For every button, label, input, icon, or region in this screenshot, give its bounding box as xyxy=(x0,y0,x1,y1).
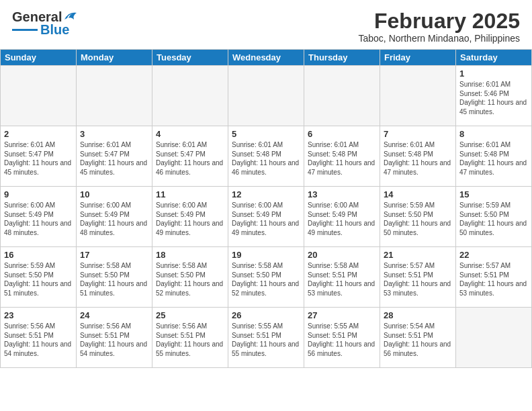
day-info: Sunrise: 5:54 AMSunset: 5:51 PMDaylight:… xyxy=(384,322,452,358)
day-number: 19 xyxy=(232,250,300,260)
daylight-label: Daylight: 11 hours and 46 minutes. xyxy=(232,159,299,176)
table-row xyxy=(228,66,304,126)
day-number: 14 xyxy=(384,189,452,199)
sunrise-label: Sunrise: 6:01 AM xyxy=(4,141,55,148)
calendar-table: Sunday Monday Tuesday Wednesday Thursday… xyxy=(0,49,532,368)
daylight-label: Daylight: 11 hours and 45 minutes. xyxy=(4,159,71,176)
sunset-label: Sunset: 5:50 PM xyxy=(384,211,433,218)
sunset-label: Sunset: 5:51 PM xyxy=(459,271,509,279)
col-friday: Friday xyxy=(380,50,456,66)
day-number: 4 xyxy=(156,129,224,139)
table-row: 21Sunrise: 5:57 AMSunset: 5:51 PMDayligh… xyxy=(380,247,456,308)
calendar-week-row: 9Sunrise: 6:00 AMSunset: 5:49 PMDaylight… xyxy=(1,187,532,247)
day-number: 27 xyxy=(308,310,376,320)
day-info: Sunrise: 6:00 AMSunset: 5:49 PMDaylight:… xyxy=(156,201,224,237)
day-info: Sunrise: 6:01 AMSunset: 5:48 PMDaylight:… xyxy=(459,140,528,177)
day-info: Sunrise: 6:01 AMSunset: 5:48 PMDaylight:… xyxy=(384,140,452,177)
table-row: 11Sunrise: 6:00 AMSunset: 5:49 PMDayligh… xyxy=(152,187,228,247)
table-row: 16Sunrise: 5:59 AMSunset: 5:50 PMDayligh… xyxy=(1,247,77,308)
sunset-label: Sunset: 5:50 PM xyxy=(459,211,509,218)
sunset-label: Sunset: 5:46 PM xyxy=(459,90,509,97)
table-row: 23Sunrise: 5:56 AMSunset: 5:51 PMDayligh… xyxy=(1,308,77,368)
page: General Blue February 2025 Taboc, Northe… xyxy=(0,0,532,411)
sunset-label: Sunset: 5:50 PM xyxy=(156,271,206,279)
table-row: 4Sunrise: 6:01 AMSunset: 5:47 PMDaylight… xyxy=(152,126,228,187)
sunrise-label: Sunrise: 6:01 AM xyxy=(459,81,511,88)
col-thursday: Thursday xyxy=(304,50,380,66)
calendar-week-row: 2Sunrise: 6:01 AMSunset: 5:47 PMDaylight… xyxy=(1,126,532,187)
table-row: 19Sunrise: 5:58 AMSunset: 5:50 PMDayligh… xyxy=(228,247,304,308)
sunset-label: Sunset: 5:48 PM xyxy=(232,150,281,158)
table-row xyxy=(1,66,77,126)
day-number: 6 xyxy=(308,129,376,139)
sunset-label: Sunset: 5:49 PM xyxy=(156,211,206,218)
table-row: 1Sunrise: 6:01 AMSunset: 5:46 PMDaylight… xyxy=(456,66,532,126)
sunrise-label: Sunrise: 5:55 AM xyxy=(232,322,283,330)
day-number: 18 xyxy=(156,250,224,260)
sunrise-label: Sunrise: 6:00 AM xyxy=(308,201,359,209)
sunrise-label: Sunrise: 6:00 AM xyxy=(156,201,207,209)
daylight-label: Daylight: 11 hours and 47 minutes. xyxy=(384,159,451,176)
sunrise-label: Sunrise: 5:58 AM xyxy=(80,262,131,269)
day-info: Sunrise: 6:01 AMSunset: 5:48 PMDaylight:… xyxy=(232,140,300,177)
sunset-label: Sunset: 5:48 PM xyxy=(308,150,357,158)
day-info: Sunrise: 5:56 AMSunset: 5:51 PMDaylight:… xyxy=(80,322,148,358)
table-row: 6Sunrise: 6:01 AMSunset: 5:48 PMDaylight… xyxy=(304,126,380,187)
day-number: 23 xyxy=(4,310,73,320)
location-title: Taboc, Northern Mindanao, Philippines xyxy=(359,33,520,44)
daylight-label: Daylight: 11 hours and 52 minutes. xyxy=(232,280,299,297)
sunrise-label: Sunrise: 5:56 AM xyxy=(156,322,207,330)
table-row: 26Sunrise: 5:55 AMSunset: 5:51 PMDayligh… xyxy=(228,308,304,368)
sunset-label: Sunset: 5:49 PM xyxy=(232,211,281,218)
day-info: Sunrise: 6:01 AMSunset: 5:46 PMDaylight:… xyxy=(459,80,528,116)
month-title: February 2025 xyxy=(359,9,520,33)
sunrise-label: Sunrise: 5:59 AM xyxy=(384,201,435,209)
table-row: 5Sunrise: 6:01 AMSunset: 5:48 PMDaylight… xyxy=(228,126,304,187)
sunrise-label: Sunrise: 6:00 AM xyxy=(232,201,283,209)
sunrise-label: Sunrise: 6:01 AM xyxy=(232,141,283,148)
day-info: Sunrise: 6:01 AMSunset: 5:47 PMDaylight:… xyxy=(80,140,148,177)
day-number: 21 xyxy=(384,250,452,260)
day-info: Sunrise: 5:58 AMSunset: 5:50 PMDaylight:… xyxy=(156,261,224,298)
header: General Blue February 2025 Taboc, Northe… xyxy=(0,0,532,49)
daylight-label: Daylight: 11 hours and 55 minutes. xyxy=(156,340,223,357)
sunset-label: Sunset: 5:51 PM xyxy=(80,332,130,339)
daylight-label: Daylight: 11 hours and 53 minutes. xyxy=(459,280,527,297)
logo-divider xyxy=(12,29,38,31)
sunset-label: Sunset: 5:51 PM xyxy=(384,271,433,279)
sunset-label: Sunset: 5:47 PM xyxy=(4,150,54,158)
sunset-label: Sunset: 5:51 PM xyxy=(384,332,433,339)
table-row: 12Sunrise: 6:00 AMSunset: 5:49 PMDayligh… xyxy=(228,187,304,247)
day-number: 11 xyxy=(156,189,224,199)
daylight-label: Daylight: 11 hours and 49 minutes. xyxy=(308,220,375,236)
sunrise-label: Sunrise: 6:01 AM xyxy=(156,141,207,148)
sunrise-label: Sunrise: 6:01 AM xyxy=(459,141,511,148)
day-info: Sunrise: 5:59 AMSunset: 5:50 PMDaylight:… xyxy=(4,261,73,298)
day-info: Sunrise: 5:57 AMSunset: 5:51 PMDaylight:… xyxy=(384,261,452,298)
table-row: 13Sunrise: 6:00 AMSunset: 5:49 PMDayligh… xyxy=(304,187,380,247)
sunrise-label: Sunrise: 6:01 AM xyxy=(384,141,435,148)
day-number: 25 xyxy=(156,310,224,320)
table-row: 3Sunrise: 6:01 AMSunset: 5:47 PMDaylight… xyxy=(77,126,152,187)
sunset-label: Sunset: 5:50 PM xyxy=(4,271,54,279)
table-row: 22Sunrise: 5:57 AMSunset: 5:51 PMDayligh… xyxy=(456,247,532,308)
table-row xyxy=(456,308,532,368)
daylight-label: Daylight: 11 hours and 48 minutes. xyxy=(80,220,147,236)
day-number: 10 xyxy=(80,189,148,199)
daylight-label: Daylight: 11 hours and 46 minutes. xyxy=(156,159,223,176)
day-number: 26 xyxy=(232,310,300,320)
day-info: Sunrise: 5:58 AMSunset: 5:51 PMDaylight:… xyxy=(308,261,376,298)
sunset-label: Sunset: 5:47 PM xyxy=(156,150,206,158)
sunset-label: Sunset: 5:51 PM xyxy=(308,271,357,279)
daylight-label: Daylight: 11 hours and 49 minutes. xyxy=(232,220,299,236)
day-number: 20 xyxy=(308,250,376,260)
sunset-label: Sunset: 5:48 PM xyxy=(459,150,509,158)
daylight-label: Daylight: 11 hours and 52 minutes. xyxy=(156,280,223,297)
day-number: 16 xyxy=(4,250,73,260)
table-row: 7Sunrise: 6:01 AMSunset: 5:48 PMDaylight… xyxy=(380,126,456,187)
col-wednesday: Wednesday xyxy=(228,50,304,66)
calendar-week-row: 23Sunrise: 5:56 AMSunset: 5:51 PMDayligh… xyxy=(1,308,532,368)
sunset-label: Sunset: 5:50 PM xyxy=(232,271,281,279)
daylight-label: Daylight: 11 hours and 47 minutes. xyxy=(459,159,527,176)
sunset-label: Sunset: 5:51 PM xyxy=(232,332,281,339)
